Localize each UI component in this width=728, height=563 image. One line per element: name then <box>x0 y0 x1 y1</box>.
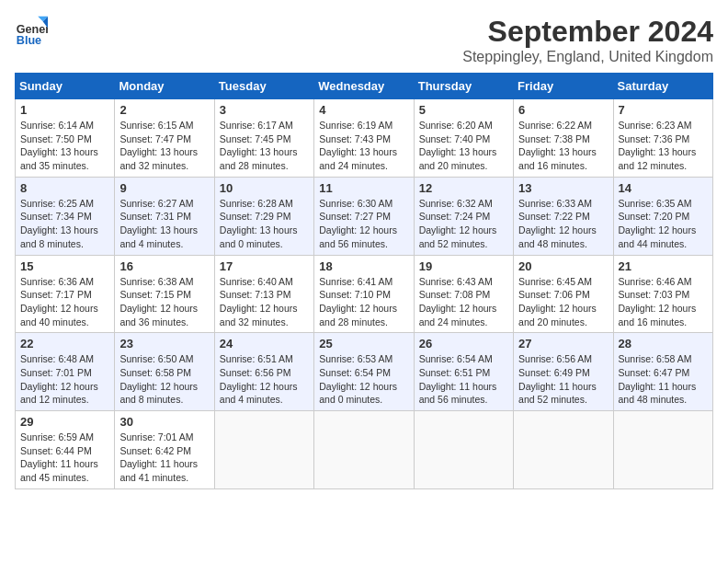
calendar-cell: 6Sunrise: 6:22 AMSunset: 7:38 PMDaylight… <box>514 99 613 178</box>
calendar-cell: 14Sunrise: 6:35 AMSunset: 7:20 PMDayligh… <box>613 177 712 255</box>
day-info: Sunrise: 6:14 AMSunset: 7:50 PMDaylight:… <box>20 119 109 173</box>
day-info: Sunrise: 6:36 AMSunset: 7:17 PMDaylight:… <box>20 275 109 329</box>
day-info: Sunrise: 6:51 AMSunset: 6:56 PMDaylight:… <box>220 352 309 407</box>
day-number: 19 <box>419 259 508 273</box>
calendar-cell: 5Sunrise: 6:20 AMSunset: 7:40 PMDaylight… <box>414 99 513 178</box>
day-info: Sunrise: 6:15 AMSunset: 7:47 PMDaylight:… <box>119 119 209 173</box>
day-number: 18 <box>319 259 408 273</box>
day-number: 17 <box>220 259 309 273</box>
day-info: Sunrise: 6:17 AMSunset: 7:45 PMDaylight:… <box>220 119 309 173</box>
day-number: 21 <box>619 259 708 273</box>
calendar-cell: 9Sunrise: 6:27 AMSunset: 7:31 PMDaylight… <box>115 177 214 255</box>
day-info: Sunrise: 6:28 AMSunset: 7:29 PMDaylight:… <box>220 197 309 251</box>
calendar-cell: 27Sunrise: 6:56 AMSunset: 6:49 PMDayligh… <box>514 333 613 411</box>
day-number: 11 <box>319 181 408 195</box>
weekday-header-thursday: Thursday <box>414 74 513 99</box>
calendar-cell: 7Sunrise: 6:23 AMSunset: 7:36 PMDaylight… <box>613 99 712 178</box>
location: Steppingley, England, United Kingdom <box>462 49 713 65</box>
calendar-cell <box>613 411 712 489</box>
calendar-cell <box>214 411 313 489</box>
calendar-cell: 24Sunrise: 6:51 AMSunset: 6:56 PMDayligh… <box>214 333 313 411</box>
day-info: Sunrise: 7:01 AMSunset: 6:42 PMDaylight:… <box>119 431 209 485</box>
day-number: 9 <box>119 181 209 195</box>
weekday-header-friday: Friday <box>514 74 613 99</box>
calendar-week-5: 29Sunrise: 6:59 AMSunset: 6:44 PMDayligh… <box>16 411 713 489</box>
day-number: 15 <box>20 259 109 273</box>
day-number: 26 <box>419 337 508 350</box>
calendar-cell: 19Sunrise: 6:43 AMSunset: 7:08 PMDayligh… <box>414 255 513 333</box>
weekday-header-row: SundayMondayTuesdayWednesdayThursdayFrid… <box>16 74 713 99</box>
day-number: 5 <box>419 103 508 117</box>
day-info: Sunrise: 6:53 AMSunset: 6:54 PMDaylight:… <box>319 352 408 407</box>
month-title: September 2024 <box>462 15 713 49</box>
calendar-cell: 1Sunrise: 6:14 AMSunset: 7:50 PMDaylight… <box>16 99 115 178</box>
day-info: Sunrise: 6:56 AMSunset: 6:49 PMDaylight:… <box>518 352 608 407</box>
day-info: Sunrise: 6:27 AMSunset: 7:31 PMDaylight:… <box>119 197 209 251</box>
weekday-header-tuesday: Tuesday <box>214 74 313 99</box>
calendar-cell: 28Sunrise: 6:58 AMSunset: 6:47 PMDayligh… <box>613 333 712 411</box>
day-number: 3 <box>220 103 309 117</box>
calendar-cell: 22Sunrise: 6:48 AMSunset: 7:01 PMDayligh… <box>16 333 115 411</box>
weekday-header-sunday: Sunday <box>16 74 115 99</box>
day-number: 13 <box>518 181 608 195</box>
day-number: 14 <box>619 181 708 195</box>
logo: General Blue <box>15 15 48 48</box>
day-info: Sunrise: 6:20 AMSunset: 7:40 PMDaylight:… <box>419 119 508 173</box>
day-info: Sunrise: 6:46 AMSunset: 7:03 PMDaylight:… <box>619 275 708 329</box>
calendar-cell: 30Sunrise: 7:01 AMSunset: 6:42 PMDayligh… <box>115 411 214 489</box>
day-info: Sunrise: 6:58 AMSunset: 6:47 PMDaylight:… <box>619 352 708 407</box>
day-number: 30 <box>119 415 209 429</box>
calendar-week-3: 15Sunrise: 6:36 AMSunset: 7:17 PMDayligh… <box>16 255 713 333</box>
weekday-header-monday: Monday <box>115 74 214 99</box>
day-info: Sunrise: 6:35 AMSunset: 7:20 PMDaylight:… <box>619 197 708 251</box>
weekday-header-saturday: Saturday <box>613 74 712 99</box>
calendar-cell: 23Sunrise: 6:50 AMSunset: 6:58 PMDayligh… <box>115 333 214 411</box>
day-number: 16 <box>119 259 209 273</box>
page-header: General Blue September 2024 Steppingley,… <box>15 15 713 65</box>
day-number: 2 <box>119 103 209 117</box>
day-number: 7 <box>619 103 708 117</box>
day-number: 6 <box>518 103 608 117</box>
calendar-cell <box>514 411 613 489</box>
day-number: 27 <box>518 337 608 350</box>
calendar-cell: 4Sunrise: 6:19 AMSunset: 7:43 PMDaylight… <box>314 99 414 178</box>
day-info: Sunrise: 6:54 AMSunset: 6:51 PMDaylight:… <box>419 352 508 407</box>
calendar-cell: 29Sunrise: 6:59 AMSunset: 6:44 PMDayligh… <box>16 411 115 489</box>
calendar-cell: 13Sunrise: 6:33 AMSunset: 7:22 PMDayligh… <box>514 177 613 255</box>
day-info: Sunrise: 6:45 AMSunset: 7:06 PMDaylight:… <box>518 275 608 329</box>
day-number: 22 <box>20 337 109 350</box>
day-number: 1 <box>20 103 109 117</box>
day-info: Sunrise: 6:22 AMSunset: 7:38 PMDaylight:… <box>518 119 608 173</box>
day-info: Sunrise: 6:23 AMSunset: 7:36 PMDaylight:… <box>619 119 708 173</box>
calendar-cell: 10Sunrise: 6:28 AMSunset: 7:29 PMDayligh… <box>214 177 313 255</box>
calendar-cell: 25Sunrise: 6:53 AMSunset: 6:54 PMDayligh… <box>314 333 414 411</box>
calendar-cell: 18Sunrise: 6:41 AMSunset: 7:10 PMDayligh… <box>314 255 414 333</box>
calendar-cell <box>314 411 414 489</box>
calendar-table: SundayMondayTuesdayWednesdayThursdayFrid… <box>15 73 713 489</box>
weekday-header-wednesday: Wednesday <box>314 74 414 99</box>
day-number: 29 <box>20 415 109 429</box>
day-info: Sunrise: 6:41 AMSunset: 7:10 PMDaylight:… <box>319 275 408 329</box>
calendar-cell: 12Sunrise: 6:32 AMSunset: 7:24 PMDayligh… <box>414 177 513 255</box>
day-info: Sunrise: 6:38 AMSunset: 7:15 PMDaylight:… <box>119 275 209 329</box>
day-info: Sunrise: 6:25 AMSunset: 7:34 PMDaylight:… <box>20 197 109 251</box>
calendar-cell: 26Sunrise: 6:54 AMSunset: 6:51 PMDayligh… <box>414 333 513 411</box>
day-number: 20 <box>518 259 608 273</box>
day-info: Sunrise: 6:59 AMSunset: 6:44 PMDaylight:… <box>20 431 109 485</box>
day-info: Sunrise: 6:48 AMSunset: 7:01 PMDaylight:… <box>20 352 109 407</box>
logo-icon: General Blue <box>15 15 48 48</box>
calendar-cell: 16Sunrise: 6:38 AMSunset: 7:15 PMDayligh… <box>115 255 214 333</box>
day-info: Sunrise: 6:32 AMSunset: 7:24 PMDaylight:… <box>419 197 508 251</box>
calendar-week-2: 8Sunrise: 6:25 AMSunset: 7:34 PMDaylight… <box>16 177 713 255</box>
calendar-cell: 17Sunrise: 6:40 AMSunset: 7:13 PMDayligh… <box>214 255 313 333</box>
calendar-week-4: 22Sunrise: 6:48 AMSunset: 7:01 PMDayligh… <box>16 333 713 411</box>
day-info: Sunrise: 6:19 AMSunset: 7:43 PMDaylight:… <box>319 119 408 173</box>
day-number: 28 <box>619 337 708 350</box>
day-number: 8 <box>20 181 109 195</box>
calendar-cell: 11Sunrise: 6:30 AMSunset: 7:27 PMDayligh… <box>314 177 414 255</box>
title-area: September 2024 Steppingley, England, Uni… <box>462 15 713 65</box>
calendar-cell: 3Sunrise: 6:17 AMSunset: 7:45 PMDaylight… <box>214 99 313 178</box>
day-number: 4 <box>319 103 408 117</box>
calendar-cell: 15Sunrise: 6:36 AMSunset: 7:17 PMDayligh… <box>16 255 115 333</box>
calendar-cell <box>414 411 513 489</box>
